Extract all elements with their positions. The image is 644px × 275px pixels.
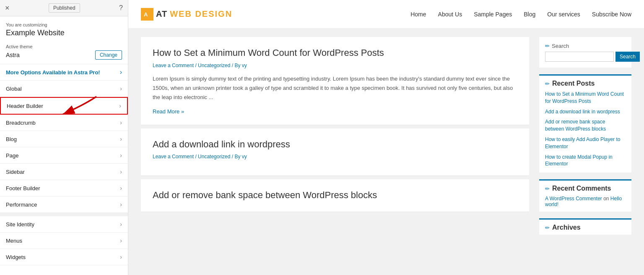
logo-icon: A: [141, 8, 153, 21]
recent-comments-title: Recent Comments: [552, 185, 611, 192]
sidebar-item-breadcrumb[interactable]: Breadcrumb ›: [0, 115, 128, 131]
widgets-label: Widgets: [6, 254, 26, 260]
menus-label: Menus: [6, 238, 22, 244]
customizer-panel: × Published ? You are customizing Exampl…: [0, 0, 128, 275]
nav-our-services[interactable]: Our services: [547, 11, 580, 18]
site-header: A AT WEB DESIGN Home About Us Sample Pag…: [128, 0, 644, 29]
blog-label: Blog: [6, 136, 17, 142]
panel-top-bar: × Published ?: [0, 0, 128, 16]
sidebar-item-blog[interactable]: Blog ›: [0, 131, 128, 147]
sidebar-item-header-builder[interactable]: Header Builder ›: [0, 97, 128, 115]
theme-name: Astra: [6, 52, 20, 58]
nav-blog[interactable]: Blog: [524, 11, 535, 18]
recent-post-link-4[interactable]: How to easily Add Audio Player to Elemen…: [545, 136, 626, 150]
page-chevron-icon: ›: [120, 152, 122, 159]
panel-theme-row: Active theme Astra Change: [0, 40, 128, 64]
panel-info: You are customizing Example Website: [0, 16, 128, 40]
archives-icon: ✏: [545, 225, 550, 231]
sidebar-item-page[interactable]: Page ›: [0, 147, 128, 164]
footer-builder-label: Footer Builder: [6, 185, 40, 191]
page-label: Page: [6, 152, 18, 159]
recent-post-link-1[interactable]: How to Set a Minimum Word Count for Word…: [545, 91, 626, 105]
astra-pro-chevron-icon: ›: [120, 68, 122, 76]
recent-comments-title-bar: ✏ Recent Comments: [539, 179, 631, 196]
breadcrumb-label: Breadcrumb: [6, 120, 36, 126]
blog-post-3: Add or remove bank space between WordPre…: [141, 179, 529, 212]
post-1-read-more[interactable]: Read More »: [153, 108, 184, 115]
help-icon[interactable]: ?: [119, 4, 123, 12]
sidebar-item-site-identity[interactable]: Site Identity ›: [0, 216, 128, 233]
post-1-excerpt: Lorem Ipsum is simply dummy text of the …: [153, 74, 517, 102]
nav-sample-pages[interactable]: Sample Pages: [474, 11, 512, 18]
global-chevron-icon: ›: [120, 85, 122, 92]
published-badge: Published: [49, 3, 80, 13]
archives-title: Archives: [552, 224, 581, 231]
sidebar-label: Sidebar: [6, 169, 25, 175]
menus-chevron-icon: ›: [120, 237, 122, 244]
recent-comments-on: on: [603, 196, 610, 202]
search-pencil-icon: ✏: [545, 43, 550, 49]
panel-divider: [0, 213, 128, 216]
sidebar-item-sidebar[interactable]: Sidebar ›: [0, 164, 128, 180]
post-1-title: How to Set a Minimum Word Count for Word…: [153, 47, 517, 59]
search-input[interactable]: [545, 52, 614, 62]
svg-text:A: A: [144, 11, 148, 18]
blog-post-1: How to Set a Minimum Word Count for Word…: [141, 37, 529, 125]
logo-at-text: AT: [156, 9, 167, 19]
recent-posts-title-bar: ✏ Recent Posts: [539, 74, 631, 91]
search-widget: ✏ Search Search: [539, 37, 631, 68]
recent-post-link-5[interactable]: How to create Modal Popup in Elementor: [545, 154, 626, 168]
search-button[interactable]: Search: [615, 52, 640, 62]
recent-posts-icon: ✏: [545, 81, 550, 87]
site-navigation: Home About Us Sample Pages Blog Our serv…: [410, 11, 631, 18]
active-theme-label: Active theme: [6, 44, 122, 49]
site-identity-label: Site Identity: [6, 221, 34, 228]
recent-posts-title: Recent Posts: [552, 80, 595, 87]
sidebar-item-menus[interactable]: Menus ›: [0, 233, 128, 249]
panel-close-button[interactable]: ×: [5, 4, 10, 12]
widgets-chevron-icon: ›: [120, 254, 122, 260]
commenter-link[interactable]: A WordPress Commenter: [545, 196, 602, 202]
header-builder-label: Header Builder: [7, 103, 43, 109]
archives-widget: ✏ Archives: [539, 218, 631, 235]
blog-posts: How to Set a Minimum Word Count for Word…: [141, 37, 529, 267]
blog-post-2: Add a download link in wordpress Leave a…: [141, 128, 529, 176]
astra-pro-banner[interactable]: More Options Available in Astra Pro! ›: [0, 64, 128, 81]
footer-builder-chevron-icon: ›: [120, 185, 122, 191]
performance-chevron-icon: ›: [120, 201, 122, 208]
nav-about-us[interactable]: About Us: [438, 11, 462, 18]
blog-chevron-icon: ›: [120, 136, 122, 142]
sidebar-item-performance[interactable]: Performance ›: [0, 196, 128, 213]
sidebar-widgets: ✏ Search Search ✏ Recent Posts How to Se…: [539, 37, 631, 267]
archives-title-bar: ✏ Archives: [539, 218, 631, 235]
post-2-meta: Leave a Comment / Uncategorized / By vy: [153, 154, 517, 160]
site-identity-chevron-icon: ›: [120, 221, 122, 228]
sidebar-item-global[interactable]: Global ›: [0, 81, 128, 97]
nav-subscribe-now[interactable]: Subscribe Now: [592, 11, 631, 18]
you-are-customizing-label: You are customizing: [6, 22, 122, 27]
performance-label: Performance: [6, 202, 37, 208]
content-area: How to Set a Minimum Word Count for Word…: [128, 29, 644, 275]
main-content: A AT WEB DESIGN Home About Us Sample Pag…: [128, 0, 644, 275]
recent-post-link-2[interactable]: Add a download link in wordpress: [545, 108, 626, 115]
header-builder-chevron-icon: ›: [119, 102, 121, 109]
recent-comments-widget: ✏ Recent Comments A WordPress Commenter …: [539, 179, 631, 212]
recent-post-link-3[interactable]: Add or remove bank space between WordPre…: [545, 118, 626, 133]
post-2-title: Add a download link in wordpress: [153, 139, 517, 151]
post-1-meta: Leave a Comment / Uncategorized / By vy: [153, 63, 517, 68]
recent-posts-widget: ✏ Recent Posts How to Set a Minimum Word…: [539, 74, 631, 173]
recent-posts-links: How to Set a Minimum Word Count for Word…: [539, 91, 631, 173]
recent-comments-text: A WordPress Commenter on Hello world!: [539, 196, 631, 212]
sidebar-chevron-icon: ›: [120, 168, 122, 175]
sidebar-item-widgets[interactable]: Widgets ›: [0, 249, 128, 265]
nav-home[interactable]: Home: [410, 11, 426, 18]
logo-web-design-text: WEB DESIGN: [170, 9, 232, 19]
post-3-title: Add or remove bank space between WordPre…: [153, 189, 517, 202]
recent-comments-icon: ✏: [545, 186, 550, 192]
sidebar-item-footer-builder[interactable]: Footer Builder ›: [0, 180, 128, 196]
search-box-row: Search: [545, 52, 626, 62]
site-name-label: Example Website: [6, 29, 122, 37]
change-theme-button[interactable]: Change: [95, 50, 122, 60]
global-label: Global: [6, 86, 22, 92]
site-logo: A AT WEB DESIGN: [141, 8, 232, 21]
